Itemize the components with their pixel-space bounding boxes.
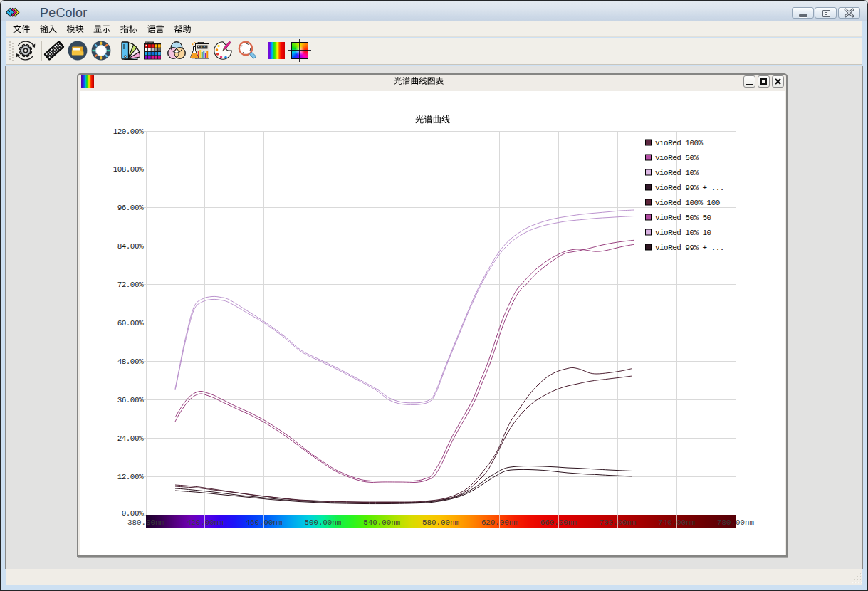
svg-text:vioRed 99% + ...: vioRed 99% + ... xyxy=(655,244,724,252)
svg-text:96.00%: 96.00% xyxy=(117,204,144,212)
svg-text:700.00nm: 700.00nm xyxy=(599,518,636,527)
svg-text:vioRed 50% 50: vioRed 50% 50 xyxy=(655,214,711,222)
svg-text:500.00nm: 500.00nm xyxy=(304,518,341,527)
svg-text:780.00nm: 780.00nm xyxy=(717,518,754,527)
svg-text:48.00%: 48.00% xyxy=(117,357,144,366)
svg-text:vioRed 10% 10: vioRed 10% 10 xyxy=(655,229,711,237)
svg-text:108.00%: 108.00% xyxy=(113,165,144,174)
svg-text:vioRed 99% + ...: vioRed 99% + ... xyxy=(655,184,724,192)
svg-text:84.00%: 84.00% xyxy=(117,242,144,251)
svg-text:0.00%: 0.00% xyxy=(122,509,144,518)
svg-text:120.00%: 120.00% xyxy=(113,127,144,136)
svg-text:740.00nm: 740.00nm xyxy=(658,518,695,527)
svg-text:vioRed 100%: vioRed 100% xyxy=(655,139,704,147)
svg-text:60.00%: 60.00% xyxy=(117,319,144,328)
svg-text:vioRed 10%: vioRed 10% xyxy=(655,169,699,177)
svg-text:24.00%: 24.00% xyxy=(117,434,144,443)
svg-text:vioRed 50%: vioRed 50% xyxy=(655,154,699,162)
svg-text:460.00nm: 460.00nm xyxy=(246,518,283,527)
svg-text:380.00nm: 380.00nm xyxy=(127,518,164,527)
svg-text:620.00nm: 620.00nm xyxy=(481,518,518,527)
svg-text:540.00nm: 540.00nm xyxy=(363,518,400,527)
svg-text:36.00%: 36.00% xyxy=(117,396,144,404)
svg-text:vioRed 100% 100: vioRed 100% 100 xyxy=(655,199,720,207)
svg-text:12.00%: 12.00% xyxy=(117,473,144,481)
svg-text:660.00nm: 660.00nm xyxy=(540,518,577,527)
svg-text:580.00nm: 580.00nm xyxy=(422,518,459,527)
svg-text:72.00%: 72.00% xyxy=(117,281,144,289)
svg-text:420.00nm: 420.00nm xyxy=(187,518,224,527)
